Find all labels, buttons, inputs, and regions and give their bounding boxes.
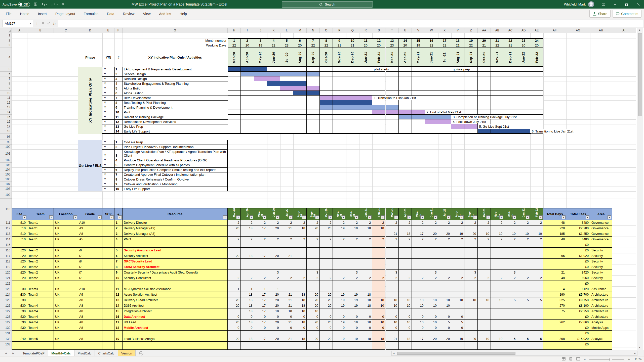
team-cell[interactable] [27,281,54,286]
gantt-cell[interactable] [438,91,451,96]
row-header-100[interactable]: 100 [0,145,12,149]
month-label-cell[interactable]: Jun-20 [267,48,280,67]
resource-month-header[interactable]: May-20▼ [254,208,267,220]
total-days-cell[interactable]: 270 [543,303,566,308]
gantt-cell[interactable] [293,124,306,129]
area-cell[interactable]: Assurance [590,286,612,292]
gantt-cell[interactable] [386,119,399,124]
month-number-cell[interactable]: 16 [425,38,438,43]
day-cell[interactable] [372,286,385,292]
gantt-bar-cell[interactable] [478,129,491,134]
total-days-cell[interactable]: 228 [543,225,566,231]
day-cell[interactable]: 20 [307,336,320,342]
day-cell[interactable] [333,286,346,292]
grade-cell[interactable]: A10 [78,220,102,225]
gantt-cell[interactable] [399,105,412,110]
resource-header-resource[interactable]: Resource▼ [123,208,228,220]
total-fees-cell[interactable]: £7,860 [566,320,590,325]
month-label-cell[interactable]: Jun-21 [425,48,438,67]
gantt-cell[interactable] [254,110,267,115]
number-cell[interactable]: 9 [114,270,123,275]
activity-yn-cell[interactable]: Y [102,81,114,86]
ribbon-display-options-button[interactable] [598,0,609,9]
working-days-cell[interactable]: 20 [530,43,543,48]
gantt-cell[interactable] [399,91,412,96]
row-header-13[interactable]: 13 [0,105,12,110]
number-cell[interactable] [114,342,123,347]
partial-cell[interactable] [590,347,612,350]
grade-cell[interactable]: i7 [78,270,102,275]
gantt-bar-cell[interactable] [346,100,359,105]
day-cell[interactable]: 2 [517,275,530,281]
resource-month-header[interactable]: Jan-22▼ [517,208,530,220]
day-cell[interactable] [333,248,346,253]
day-cell[interactable] [293,242,306,248]
day-cell[interactable] [320,253,333,259]
day-cell[interactable] [412,292,425,297]
day-cell[interactable]: 2 [517,220,530,225]
total-fees-cell[interactable]: £1,850 [566,231,590,237]
day-cell[interactable]: 0 [293,325,306,331]
gantt-cell[interactable] [438,86,451,91]
gantt-cell[interactable] [451,81,464,86]
day-cell[interactable] [478,281,491,286]
gantt-cell[interactable] [307,110,320,115]
day-cell[interactable] [478,264,491,270]
day-cell[interactable]: 0 [267,314,280,320]
day-cell[interactable] [254,231,267,237]
day-cell[interactable] [320,270,333,275]
day-cell[interactable] [425,264,438,270]
gantt-cell[interactable] [293,129,306,134]
activity-name-cell[interactable]: Service Design [123,72,228,76]
gantt-bar-cell[interactable] [386,105,399,110]
gantt-cell[interactable] [425,67,438,72]
gantt-cell[interactable] [386,81,399,86]
team-cell[interactable] [27,331,54,336]
gantt-bar-cell[interactable] [399,115,412,119]
resource-name-cell[interactable]: Mobile Architect [123,325,228,331]
total-fees-cell[interactable]: £420 [566,270,590,275]
day-cell[interactable] [267,331,280,336]
day-cell[interactable] [438,292,451,297]
row-header-18[interactable]: 18 [0,129,12,134]
day-cell[interactable] [412,331,425,336]
gantt-cell[interactable] [386,129,399,134]
day-cell[interactable]: 2 [241,237,254,242]
day-cell[interactable] [307,253,320,259]
day-cell[interactable]: 0 [254,325,267,331]
day-cell[interactable] [267,242,280,248]
gantt-cell[interactable] [504,119,517,124]
partial-cell[interactable] [504,347,517,350]
day-cell[interactable]: 20 [267,253,280,259]
day-cell[interactable]: 20 [320,225,333,231]
day-cell[interactable]: 10 [372,303,385,308]
day-cell[interactable] [504,325,517,331]
total-fees-cell[interactable]: £0 [566,325,590,331]
total-days-cell[interactable]: 75 [543,308,566,314]
total-days-cell[interactable] [543,325,566,331]
sheet-tab-chartscalc[interactable]: ChartsCalc [95,350,118,356]
gantt-bar-cell[interactable] [307,72,320,76]
column-header-k[interactable]: K [267,28,280,33]
gantt-bar-cell[interactable] [451,124,464,129]
day-cell[interactable] [517,259,530,264]
sc-cell[interactable] [102,314,114,320]
day-cell[interactable] [517,286,530,292]
day-cell[interactable] [333,264,346,270]
day-cell[interactable] [530,320,543,325]
total-fees-cell[interactable]: £480 [566,220,590,225]
day-cell[interactable]: 2 [530,220,543,225]
activity-yn-cell[interactable]: Y [102,167,114,172]
gantt-cell[interactable] [333,124,346,129]
day-cell[interactable]: 20 [307,303,320,308]
sc-cell[interactable] [102,320,114,325]
month-label-cell[interactable]: Mar-21 [386,48,399,67]
day-cell[interactable] [412,281,425,286]
gantt-cell[interactable] [267,129,280,134]
day-cell[interactable]: 19 [346,225,359,231]
day-cell[interactable]: 10 [438,303,451,308]
area-cell[interactable]: Architecture [590,303,612,308]
day-cell[interactable]: 2 [530,237,543,242]
month-number-cell[interactable]: 9 [333,38,346,43]
day-cell[interactable] [412,286,425,292]
